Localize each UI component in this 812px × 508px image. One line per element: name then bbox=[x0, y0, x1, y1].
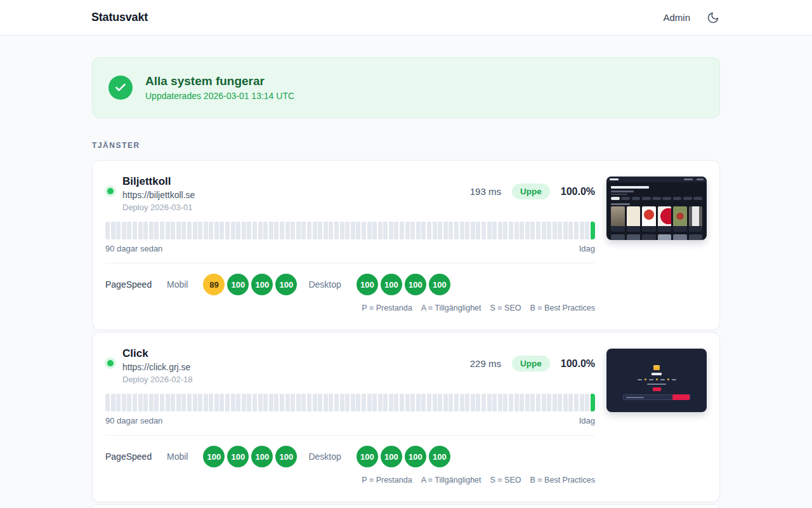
thumb-logo bbox=[653, 365, 660, 370]
card-divider bbox=[105, 263, 595, 264]
thumb-title bbox=[652, 373, 662, 375]
legend-item: B = Best Practices bbox=[530, 304, 595, 312]
desktop-label: Desktop bbox=[308, 451, 341, 462]
legend-item: B = Best Practices bbox=[530, 476, 595, 485]
service-card: Click https://click.grj.se Deploy 2026-0… bbox=[92, 332, 720, 502]
pagespeed-score-desktop-b: 100 bbox=[429, 446, 450, 467]
mobile-score-group: 100 100 100 100 bbox=[203, 446, 297, 467]
service-card: Biljettkoll https://biljettkoll.se Deplo… bbox=[92, 160, 720, 330]
uptime-range-end-label: Idag bbox=[579, 244, 595, 253]
status-badge: Uppe bbox=[512, 184, 550, 199]
thumb-poster-grid-row2 bbox=[611, 234, 702, 240]
thumb-button bbox=[653, 387, 661, 391]
pagespeed-score-mobile-p: 89 bbox=[203, 274, 225, 295]
desktop-score-group: 100 100 100 100 bbox=[357, 274, 450, 295]
pagespeed-score-mobile-b: 100 bbox=[275, 274, 297, 295]
pagespeed-score-desktop-a: 100 bbox=[381, 446, 402, 467]
uptime-history-bars bbox=[105, 222, 595, 239]
legend-item: A = Tillgänglighet bbox=[421, 304, 481, 312]
mobile-label: Mobil bbox=[167, 451, 188, 462]
status-up-dot bbox=[107, 188, 114, 194]
service-url-link[interactable]: https://biljettkoll.se bbox=[122, 190, 195, 200]
mobile-score-group: 89 100 100 100 bbox=[203, 274, 297, 295]
service-name: Biljettkoll bbox=[122, 173, 195, 188]
uptime-range-start-label: 90 dagar sedan bbox=[105, 416, 162, 425]
pagespeed-score-desktop-p: 100 bbox=[357, 274, 378, 295]
desktop-label: Desktop bbox=[308, 279, 341, 290]
pagespeed-score-mobile-a: 100 bbox=[227, 274, 249, 295]
pagespeed-label: PageSpeed bbox=[105, 451, 167, 462]
thumb-section-label bbox=[611, 203, 630, 205]
thumb-subtext bbox=[647, 384, 666, 385]
pagespeed-score-mobile-s: 100 bbox=[251, 274, 273, 295]
thumb-nav-bar bbox=[606, 177, 707, 182]
thumb-filter-chips bbox=[611, 197, 702, 200]
legend-item: S = SEO bbox=[490, 476, 521, 485]
pagespeed-score-mobile-p: 100 bbox=[203, 446, 225, 467]
top-bar: Statusvakt Admin bbox=[0, 0, 812, 36]
thumb-heading bbox=[611, 186, 649, 189]
service-thumbnail[interactable] bbox=[606, 349, 707, 412]
legend-item: S = SEO bbox=[490, 304, 521, 312]
pagespeed-score-desktop-b: 100 bbox=[429, 274, 450, 295]
uptime-range-start-label: 90 dagar sedan bbox=[105, 244, 162, 253]
service-name: Click bbox=[122, 345, 193, 360]
pagespeed-score-desktop-a: 100 bbox=[381, 274, 402, 295]
thumb-poster-grid bbox=[611, 206, 702, 232]
service-url-link[interactable]: https://click.grj.se bbox=[122, 362, 193, 372]
uptime-range-end-label: Idag bbox=[579, 416, 595, 425]
desktop-score-group: 100 100 100 100 bbox=[357, 446, 450, 467]
theme-toggle-button[interactable] bbox=[705, 10, 721, 25]
status-badge: Uppe bbox=[512, 356, 550, 371]
check-icon bbox=[108, 76, 133, 100]
mobile-label: Mobil bbox=[167, 279, 188, 290]
uptime-percentage: 100.0% bbox=[561, 186, 595, 197]
legend-item: P = Prestanda bbox=[362, 304, 412, 312]
banner-title: Alla system fungerar bbox=[145, 74, 294, 88]
moon-icon bbox=[707, 11, 719, 24]
thumb-input-bar bbox=[623, 394, 690, 400]
uptime-history-bars bbox=[105, 394, 595, 411]
uptime-percentage: 100.0% bbox=[561, 358, 595, 370]
card-divider bbox=[105, 435, 595, 436]
service-deploy-date: Deploy 2026-02-18 bbox=[122, 375, 193, 384]
legend-item: P = Prestanda bbox=[362, 476, 412, 485]
thumb-subtext bbox=[611, 194, 627, 195]
pagespeed-score-mobile-a: 100 bbox=[227, 446, 249, 467]
pagespeed-score-desktop-p: 100 bbox=[357, 446, 378, 467]
response-time: 193 ms bbox=[470, 186, 501, 197]
legend-item: A = Tillgänglighet bbox=[421, 476, 481, 485]
service-card-partial bbox=[92, 504, 720, 508]
thumb-subtext bbox=[611, 190, 634, 192]
pagespeed-score-mobile-b: 100 bbox=[275, 446, 297, 467]
app-title: Statusvakt bbox=[91, 11, 148, 24]
main-content: Alla system fungerar Uppdaterades 2026-0… bbox=[92, 57, 720, 508]
status-up-dot bbox=[107, 360, 114, 366]
service-thumbnail[interactable] bbox=[606, 177, 707, 240]
thumb-meta-row bbox=[638, 378, 676, 380]
pagespeed-label: PageSpeed bbox=[105, 279, 167, 290]
pagespeed-score-desktop-s: 100 bbox=[405, 446, 426, 467]
service-deploy-date: Deploy 2026-03-01 bbox=[122, 203, 195, 212]
service-card-list: Biljettkoll https://biljettkoll.se Deplo… bbox=[92, 160, 720, 508]
pagespeed-score-desktop-s: 100 bbox=[405, 274, 426, 295]
pagespeed-score-mobile-s: 100 bbox=[251, 446, 273, 467]
system-status-banner: Alla system fungerar Uppdaterades 2026-0… bbox=[92, 57, 720, 118]
response-time: 229 ms bbox=[470, 358, 501, 369]
banner-updated-timestamp: Uppdaterades 2026-03-01 13:14 UTC bbox=[145, 91, 294, 101]
admin-link[interactable]: Admin bbox=[663, 12, 690, 23]
services-section-label: TJÄNSTER bbox=[92, 141, 720, 150]
pagespeed-legend: P = Prestanda A = Tillgänglighet S = SEO… bbox=[105, 304, 595, 312]
pagespeed-legend: P = Prestanda A = Tillgänglighet S = SEO… bbox=[105, 476, 595, 485]
